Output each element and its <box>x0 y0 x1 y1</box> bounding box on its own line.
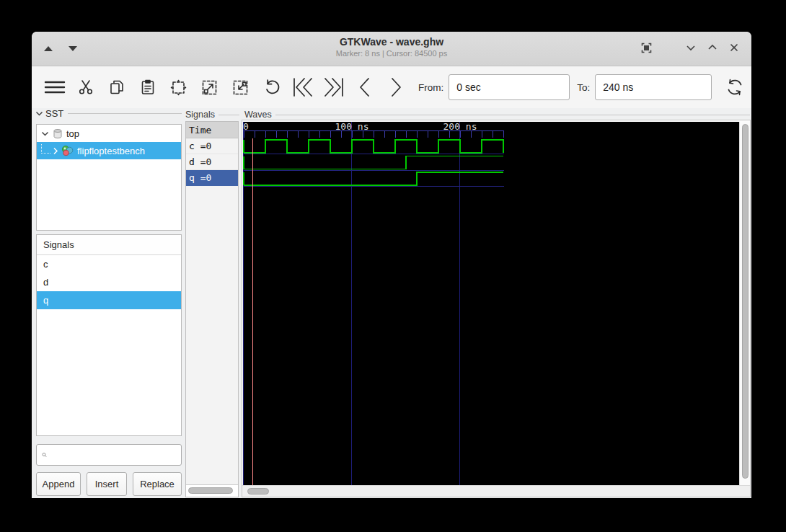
replace-button[interactable]: Replace <box>133 472 182 496</box>
svg-text:0: 0 <box>243 122 249 132</box>
svg-text:100 ns: 100 ns <box>335 122 369 132</box>
paste-button[interactable] <box>132 72 163 102</box>
search-icon <box>42 450 47 460</box>
toolbar: From: To: <box>32 66 751 108</box>
zoom-in-icon <box>231 79 250 97</box>
waves-legend: Waves <box>244 110 750 120</box>
undo-icon <box>262 78 281 97</box>
titlebar: GTKWave - wave.ghw Marker: 8 ns | Cursor… <box>32 32 751 66</box>
tree-item-flipfloptestbench[interactable]: flipfloptestbench <box>37 142 181 159</box>
signal-item-q[interactable]: q <box>37 291 181 309</box>
undo-button[interactable] <box>256 72 287 102</box>
module-icon <box>61 145 74 156</box>
zoom-fit-icon <box>169 79 187 97</box>
zoom-fit-button[interactable] <box>163 72 194 102</box>
scope-cylinder-icon <box>53 128 63 139</box>
append-button[interactable]: Append <box>36 472 81 496</box>
skip-to-end-button[interactable] <box>318 72 349 102</box>
signal-search[interactable] <box>36 444 182 466</box>
sst-tree: top flipfloptestbench <box>36 124 182 231</box>
step-right-button[interactable] <box>380 72 411 102</box>
waveform-canvas[interactable]: 0100 ns200 ns <box>243 122 739 485</box>
insert-button[interactable]: Insert <box>87 472 127 496</box>
tree-item-top[interactable]: top <box>37 125 181 142</box>
cut-scissors-icon <box>77 79 94 96</box>
skip-to-start-button[interactable] <box>287 72 318 102</box>
wave-name-d[interactable]: d =0 <box>186 154 238 170</box>
close-icon[interactable] <box>728 42 740 53</box>
cut-button[interactable] <box>70 72 101 102</box>
zoom-in-button[interactable] <box>225 72 256 102</box>
skip-to-start-icon <box>292 77 314 97</box>
skip-to-end-icon <box>323 77 345 97</box>
hamburger-menu-icon <box>44 79 66 95</box>
waves-hscrollbar[interactable] <box>242 485 750 497</box>
chevron-right-icon <box>387 77 405 97</box>
expander-down-icon[interactable] <box>41 130 49 138</box>
waves-hscroll-thumb[interactable] <box>247 488 269 495</box>
names-hscrollbar[interactable] <box>186 484 238 497</box>
wave-name-c[interactable]: c =0 <box>186 138 238 154</box>
waves-vscroll-thumb[interactable] <box>742 124 749 479</box>
zoom-out-button[interactable] <box>194 72 225 102</box>
minimize-icon[interactable] <box>685 42 697 53</box>
chevron-left-icon <box>356 77 374 97</box>
reload-button[interactable] <box>719 72 750 102</box>
signal-item-d[interactable]: d <box>37 273 181 291</box>
search-input[interactable] <box>51 445 181 464</box>
to-input[interactable] <box>595 74 712 100</box>
sst-label: SST <box>45 108 63 119</box>
waves-vscrollbar[interactable] <box>739 122 750 485</box>
zoom-out-icon <box>200 79 218 97</box>
menu-button[interactable] <box>39 72 70 102</box>
action-buttons: Append Insert Replace <box>36 472 182 496</box>
maximize-icon[interactable] <box>707 42 718 53</box>
to-label: To: <box>577 82 590 93</box>
signals-list-panel: Signals c d q <box>36 234 182 436</box>
main-content: SST top flipfloptestbench <box>32 108 751 498</box>
copy-icon <box>108 79 125 96</box>
signals-list-header: Signals <box>37 235 181 255</box>
wave-name-q[interactable]: q =0 <box>186 170 238 186</box>
copy-button[interactable] <box>101 72 132 102</box>
expander-down-icon <box>35 110 43 118</box>
time-header: Time <box>186 122 238 138</box>
from-input[interactable] <box>449 74 570 100</box>
paste-clipboard-icon <box>139 79 156 96</box>
signal-item-c[interactable]: c <box>37 255 181 273</box>
keep-above-icon[interactable] <box>640 42 652 53</box>
step-left-button[interactable] <box>349 72 380 102</box>
gtkwave-window: GTKWave - wave.ghw Marker: 8 ns | Cursor… <box>32 32 751 498</box>
names-hscroll-thumb[interactable] <box>188 487 233 494</box>
from-label: From: <box>418 82 443 93</box>
expander-right-icon[interactable] <box>52 147 59 155</box>
tree-elbow <box>41 144 50 154</box>
svg-text:200 ns: 200 ns <box>443 122 477 132</box>
reload-icon <box>725 78 744 97</box>
tree-item-label: top <box>66 128 79 139</box>
wave-names-column: Time c =0 d =0 q =0 <box>185 121 239 497</box>
waves-panel: 0100 ns200 ns <box>242 120 751 497</box>
wave-signals-legend: Signals <box>185 110 239 120</box>
sst-header[interactable]: SST <box>35 108 182 119</box>
tree-item-label: flipfloptestbench <box>77 146 145 156</box>
